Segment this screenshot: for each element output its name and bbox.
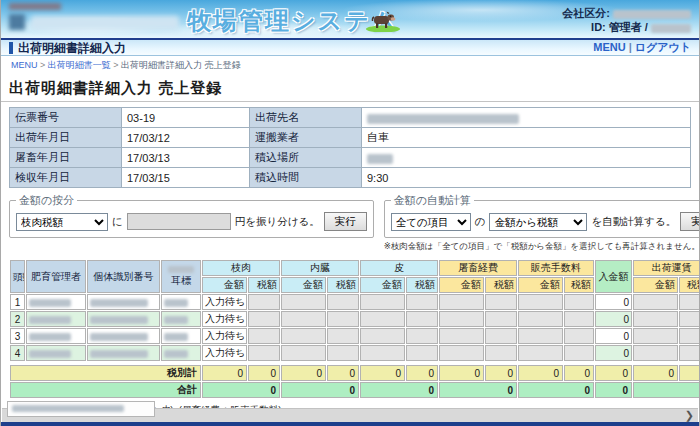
carcass-amount-cell[interactable]: 入力待ち — [202, 294, 247, 310]
redacted-ear-tag — [164, 350, 188, 358]
ear-tag-cell — [161, 311, 201, 327]
link-separator: | — [629, 41, 632, 53]
shipment-info-table: 伝票番号 03-19 出荷先名 出荷年月日 17/03/12 運搬業者 自車 屠… — [9, 107, 691, 188]
autocalc-particle: の — [475, 215, 486, 229]
organs-amount-cell — [281, 345, 326, 361]
scroll-right-icon[interactable]: ❯ — [685, 409, 694, 422]
carcass-tax-cell — [248, 345, 280, 361]
slaughter-amount-cell — [439, 294, 484, 310]
tax-subtotal-value: 0 — [406, 365, 438, 381]
tax-subtotal-value: 0 — [439, 365, 484, 381]
cattle-id-cell — [87, 328, 160, 344]
hide-amount-cell — [360, 328, 405, 344]
ship-date-label: 出荷年月日 — [10, 128, 122, 148]
subhead-slaughter-amount: 金額 — [439, 277, 484, 293]
subhead-slaughter-tax: 税額 — [485, 277, 517, 293]
amount-apportion-fieldset: 金額の按分 枝肉税額 に 円を振り分ける。 実行 — [9, 193, 374, 238]
slaughter-date-label: 屠畜年月日 — [10, 148, 122, 168]
breadcrumb-menu-link[interactable]: MENU — [11, 60, 38, 70]
grid-data-row: 4 入力待ち 0 — [10, 345, 700, 361]
apportion-suffix: 円を振り分ける。 — [235, 215, 320, 229]
loading-time-label: 積込時間 — [250, 168, 362, 188]
col-head-deposit: 入金額 — [595, 260, 632, 293]
freight-amount-cell — [633, 328, 678, 344]
logout-link[interactable]: ログアウト — [635, 41, 691, 53]
col-head-cattle-id: 個体識別番号 — [87, 260, 160, 293]
loading-place-label: 積込場所 — [250, 148, 362, 168]
subhead-organs-tax: 税額 — [327, 277, 359, 293]
user-id-label: ID: — [591, 21, 606, 33]
row-number: 3 — [10, 328, 25, 344]
deposit-cell: 0 — [595, 345, 632, 361]
group-head-freight: 出荷運賃 — [633, 260, 700, 276]
grand-total-slaughter: 0 — [439, 382, 517, 398]
apportion-legend: 金額の按分 — [16, 193, 77, 208]
commission-amount-cell — [518, 328, 563, 344]
carcass-amount-cell[interactable]: 入力待ち — [202, 311, 247, 327]
inspection-date-value: 17/03/15 — [122, 168, 250, 188]
autocalc-mode-select[interactable]: 金額から税額 — [489, 213, 587, 231]
deposit-cell: 0 — [595, 311, 632, 327]
apportion-execute-button[interactable]: 実行 — [324, 212, 367, 231]
tax-subtotal-value: 0 — [281, 365, 326, 381]
carcass-amount-cell[interactable]: 入力待ち — [202, 328, 247, 344]
organs-tax-cell — [327, 345, 359, 361]
breadcrumb: MENU > 出荷明細書一覧 > 出荷明細書詳細入力 売上登録 — [1, 56, 699, 73]
group-head-commission: 販売手数料 — [518, 260, 594, 276]
grid-data-row: 2 入力待ち 0 — [10, 311, 700, 327]
slaughter-date-value: 17/03/13 — [122, 148, 250, 168]
commission-amount-cell — [518, 294, 563, 310]
apportion-target-select[interactable]: 枝肉税額 — [16, 213, 108, 231]
organs-amount-cell — [281, 311, 326, 327]
hide-tax-cell — [406, 311, 438, 327]
redacted-ear-tag — [164, 333, 188, 341]
tax-subtotal-label: 税別計 — [10, 365, 201, 381]
redacted-manager — [29, 333, 71, 341]
redacted-manager — [29, 316, 71, 324]
apportion-amount-input[interactable] — [127, 213, 231, 230]
menu-link[interactable]: MENU — [593, 41, 625, 53]
group-head-carcass: 枝肉 — [202, 260, 280, 276]
subhead-carcass-tax: 税額 — [248, 277, 280, 293]
grand-total-organs: 0 — [281, 382, 359, 398]
loading-place-value — [362, 148, 691, 168]
redacted-logo-text — [9, 3, 61, 10]
grid-data-row: 3 入力待ち 0 — [10, 328, 700, 344]
freight-tax-cell — [679, 311, 700, 327]
grand-total-deposit: 0 — [595, 382, 632, 398]
manager-cell — [26, 328, 86, 344]
carcass-tax-cell — [248, 294, 280, 310]
grid-data-row: 1 入力待ち 0 — [10, 294, 700, 310]
slaughter-tax-cell — [485, 294, 517, 310]
carcass-tax-cell — [248, 328, 280, 344]
autocalc-suffix: を自動計算する。 — [591, 215, 676, 229]
subhead-organs-amount: 金額 — [281, 277, 326, 293]
ear-tag-cell — [161, 294, 201, 310]
grand-total-hide: 0 — [360, 382, 438, 398]
redacted-company-type — [613, 10, 691, 19]
tax-subtotal-value: 0 — [595, 365, 632, 381]
row-number: 4 — [10, 345, 25, 361]
deposit-cell: 0 — [595, 294, 632, 310]
hide-tax-cell — [406, 345, 438, 361]
carcass-amount-cell[interactable]: 入力待ち — [202, 345, 247, 361]
redacted-cattle-id — [90, 316, 148, 324]
breadcrumb-separator: > — [40, 60, 45, 70]
slip-number-label: 伝票番号 — [10, 108, 122, 128]
redacted-tag-prefix — [168, 266, 194, 273]
app-header: 牧場管理システム 会社区分: ID: 管理者 / — [1, 0, 699, 38]
freight-tax-cell — [679, 294, 700, 310]
redacted-place — [367, 154, 393, 164]
tax-subtotal-value: 0 — [360, 365, 405, 381]
breadcrumb-list-link[interactable]: 出荷明細書一覧 — [48, 60, 111, 70]
cattle-id-cell — [87, 345, 160, 361]
company-type-label: 会社区分: — [562, 7, 610, 19]
manager-cell — [26, 311, 86, 327]
autocalc-execute-button[interactable]: 実行 — [680, 212, 700, 231]
freight-amount-cell — [633, 311, 678, 327]
subhead-commission-tax: 税額 — [564, 277, 594, 293]
autocalc-scope-select[interactable]: 全ての項目 — [391, 213, 471, 231]
grand-total-label: 合計 — [10, 382, 201, 398]
hide-tax-cell — [406, 294, 438, 310]
carcass-tax-cell — [248, 311, 280, 327]
